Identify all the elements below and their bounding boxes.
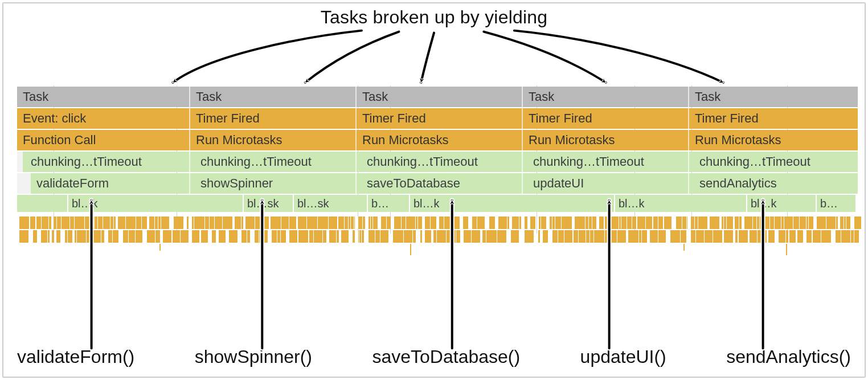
event-cell: Timer Fired <box>190 108 357 129</box>
row-subblocks: bl…kbl…skbl…skb…bl…kbl…kbl…kb… <box>17 195 855 212</box>
subblock: bl…k <box>67 195 115 212</box>
call-cell: Run Microtasks <box>190 130 357 150</box>
row-call: Function Call Run Microtasks Run Microta… <box>17 130 855 150</box>
bottom-label: showSpinner() <box>195 346 312 367</box>
chunking-cell: chunking…tTimeout <box>190 152 357 172</box>
chunking-cell: chunking…tTimeout <box>523 152 689 172</box>
row-task: Task Task Task Task Task <box>17 87 855 107</box>
fn-cell: sendAnalytics <box>689 173 858 194</box>
event-cell: Timer Fired <box>357 108 523 129</box>
call-cell: Run Microtasks <box>357 130 523 150</box>
task-cell: Task <box>357 87 523 107</box>
subblock: bl…sk <box>243 195 287 212</box>
subblock: bl…k <box>409 195 453 212</box>
event-cell: Event: click <box>17 108 190 129</box>
call-cell: Function Call <box>17 130 190 150</box>
chunking-cell: chunking…tTimeout <box>357 152 523 172</box>
task-cell: Task <box>689 87 858 107</box>
chunking-cell: chunking…tTimeout <box>17 152 190 172</box>
bottom-label: saveToDatabase() <box>372 346 520 367</box>
bottom-label: sendAnalytics() <box>726 346 851 367</box>
bottom-label: updateUI() <box>580 346 666 367</box>
subblock: bl…sk <box>293 195 337 212</box>
micro-row-1 <box>17 216 855 229</box>
fn-cell: updateUI <box>523 173 689 194</box>
annotation-top-label: Tasks broken up by yielding <box>3 7 865 28</box>
call-cell: Run Microtasks <box>689 130 858 150</box>
subblock: b… <box>367 195 401 212</box>
fn-cell: showSpinner <box>190 173 357 194</box>
micro-row-2 <box>17 230 855 243</box>
fn-cell: saveToDatabase <box>357 173 523 194</box>
task-cell: Task <box>523 87 689 107</box>
subblock: b… <box>816 195 849 212</box>
task-cell: Task <box>17 87 190 107</box>
event-cell: Timer Fired <box>689 108 858 129</box>
bottom-label: validateForm() <box>17 346 134 367</box>
row-chunking: chunking…tTimeout chunking…tTimeout chun… <box>17 152 855 172</box>
task-cell: Task <box>190 87 357 107</box>
subblock: bl…k <box>614 195 658 212</box>
chunking-cell: chunking…tTimeout <box>689 152 858 172</box>
row-event: Event: click Timer Fired Timer Fired Tim… <box>17 108 855 129</box>
subblock: bl…k <box>746 195 791 212</box>
call-cell: Run Microtasks <box>523 130 689 150</box>
annotation-bottom: validateForm() showSpinner() saveToDatab… <box>17 346 851 367</box>
row-function: validateForm showSpinner saveToDatabase … <box>17 173 855 194</box>
performance-flame-chart: Task Task Task Task Task Event: click Ti… <box>17 87 855 292</box>
fn-cell: validateForm <box>17 173 190 194</box>
event-cell: Timer Fired <box>523 108 689 129</box>
micro-drips <box>17 244 855 261</box>
